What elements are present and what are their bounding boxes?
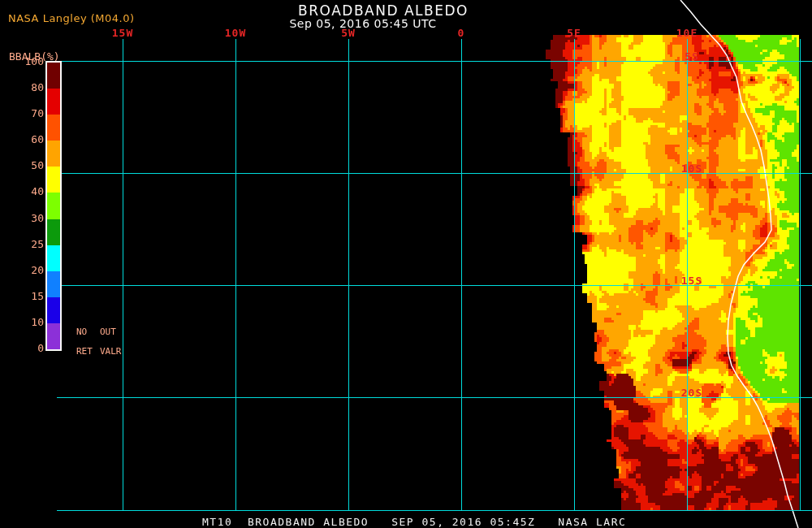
lat-label: 15S — [681, 275, 702, 287]
colorbar-tick: 15 — [0, 290, 44, 302]
grid-line-lon — [235, 39, 236, 510]
colorbar-tick: 20 — [0, 264, 44, 276]
lat-label: 5S — [685, 50, 699, 63]
colorbar-tick: 80 — [0, 81, 44, 93]
colorbar-tick: 0 — [0, 342, 44, 354]
colorbar-segment — [47, 193, 60, 219]
retrieval-flag-label: NO — [76, 327, 87, 337]
colorbar-segment — [47, 323, 60, 349]
colorbar-tick: 50 — [0, 159, 44, 171]
map-grid: 5S10S15S20S15W10W5W05E10E — [0, 0, 812, 528]
retrieval-flag-label: VALR — [100, 346, 122, 357]
grid-line-lon — [574, 39, 575, 510]
colorbar-tick: 10 — [0, 316, 44, 328]
colorbar-segment — [47, 63, 60, 89]
retrieval-flag-label: OUT — [100, 327, 116, 337]
colorbar-tick: 70 — [0, 107, 44, 119]
grid-line-lon — [461, 39, 462, 510]
lon-label: 15W — [112, 27, 133, 39]
colorbar-segment — [47, 245, 60, 271]
colorbar-tick: 30 — [0, 212, 44, 224]
footer-caption: MT10 BROADBAND ALBEDO SEP 05, 2016 05:45… — [202, 516, 626, 528]
colorbar-segment — [47, 115, 60, 141]
colorbar-segment — [47, 297, 60, 323]
credit-label: NASA Langley (M04.0) — [8, 12, 135, 24]
colorbar-tick: 40 — [0, 185, 44, 197]
grid-line-lon — [123, 39, 123, 510]
grid-line-lon — [348, 39, 349, 510]
retrieval-flag-label: RET — [76, 346, 93, 357]
lat-label: 10S — [681, 162, 702, 175]
timestamp-subtitle: Sep 05, 2016 05:45 UTC — [289, 17, 436, 30]
grid-line-lat — [57, 510, 812, 511]
colorbar-tick: 100 — [0, 55, 44, 67]
page-title: BROADBAND ALBEDO — [298, 2, 469, 19]
colorbar — [45, 61, 62, 351]
colorbar-segment — [47, 89, 60, 115]
lon-label: 10E — [676, 27, 698, 39]
albedo-viewer: 5S10S15S20S15W10W5W05E10E NASA Langley (… — [0, 0, 812, 528]
colorbar-tick: 60 — [0, 133, 44, 145]
grid-line-lon — [800, 39, 801, 510]
colorbar-segment — [47, 167, 60, 193]
colorbar-segment — [47, 219, 60, 245]
lat-label: 20S — [681, 387, 702, 399]
lon-label: 5E — [567, 27, 581, 39]
colorbar-segment — [47, 141, 60, 167]
lon-label: 10W — [225, 27, 246, 39]
colorbar-tick: 25 — [0, 238, 44, 250]
colorbar-segment — [47, 271, 60, 297]
lon-label: 0 — [458, 27, 465, 39]
